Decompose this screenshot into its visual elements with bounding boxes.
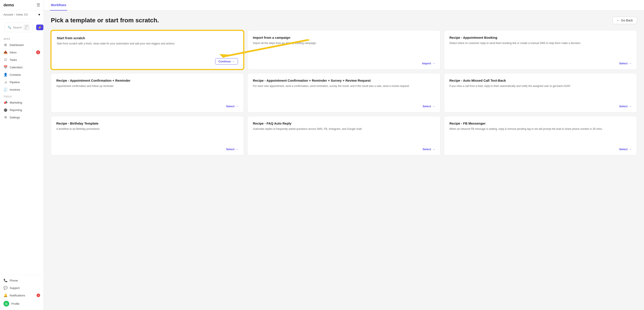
template-card-recipe-auto-missed-call[interactable]: Recipe - Auto Missed Call Text-Back If y… (444, 73, 637, 112)
sidebar-item-marketing[interactable]: 📣 Marketing (0, 99, 44, 106)
hamburger-icon[interactable]: ☰ (36, 3, 40, 7)
app-logo: demo (4, 3, 14, 7)
sidebar-item-calendars[interactable]: 📅 Calendars (0, 63, 44, 71)
sidebar-item-settings[interactable]: ⚙ Settings (0, 114, 44, 121)
sidebar-item-pipeline[interactable]: ⊿ Pipeline (0, 78, 44, 86)
template-grid-wrapper: Start from scratch Start from scratch wi… (51, 30, 637, 155)
chevron-down-icon: ▾ (38, 12, 40, 17)
continue-button[interactable]: Continue → (215, 58, 238, 65)
recipe-auto-missed-call-action-link[interactable]: Select → (619, 105, 632, 108)
import-from-campaign-action-link[interactable]: Import → (422, 62, 435, 65)
content-area: Pick a template or start from scratch. ←… (44, 10, 644, 310)
search-shortcut: ctrl K (24, 24, 29, 30)
invoices-icon: 🧾 (4, 88, 8, 91)
sidebar-item-label: Dashboard (10, 43, 24, 47)
dashboard-icon: ⊞ (4, 43, 8, 47)
template-card-recipe-fb-messenger[interactable]: Recipe - FB Messenger When an inbound FB… (444, 116, 637, 155)
flash-button[interactable]: ⚡ (36, 24, 44, 30)
recipe-birthday-template-action-link[interactable]: Select → (226, 148, 238, 151)
sidebar-item-inbox[interactable]: 📥 Inbox 2 (0, 49, 44, 56)
sidebar-item-label: Inbox (10, 51, 17, 54)
card-action: Continue → (57, 58, 238, 65)
sidebar-item-label: Invoices (10, 88, 20, 91)
inbox-icon: 📥 (4, 50, 8, 54)
topbar: Workflows (44, 0, 644, 10)
arrow-right-icon: → (629, 62, 632, 65)
template-card-recipe-faq-auto-reply[interactable]: Recipe - FAQ Auto Reply Automate replies… (248, 116, 440, 155)
tools-section-label: Tools (0, 93, 44, 99)
search-icon: 🔍 (8, 26, 11, 29)
sidebar-bottom-profile[interactable]: G Profile (0, 299, 44, 308)
sidebar-item-label: Calendars (10, 66, 22, 69)
sidebar-bottom-notifications[interactable]: 🔔 Notifications 3 (0, 292, 44, 299)
sidebar-bottom: 📞 Phone 💬 Support 🔔 Notifications 3 G Pr… (0, 275, 44, 310)
card-desc: Detect intent on customer reply to send … (450, 41, 632, 58)
sidebar-bottom-label: Support (10, 286, 20, 290)
card-title: Recipe - Appointment Confirmation + Remi… (56, 79, 238, 82)
card-action: Select → (450, 148, 632, 151)
sidebar-item-label: Tasks (10, 58, 17, 61)
page-header: Pick a template or start from scratch. ←… (51, 17, 637, 24)
sidebar-item-contacts[interactable]: 👤 Contacts (0, 71, 44, 78)
tools-nav: 📣 Marketing ⬤ Reporting ⚙ Settings (0, 99, 44, 121)
card-desc: Appointment confirmation and follow up r… (56, 84, 238, 101)
arrow-right-icon: → (629, 148, 632, 151)
main-area: Workflows Pick a template or start from … (44, 0, 644, 310)
card-title: Recipe - Appointment Confirmation + Remi… (253, 79, 435, 82)
card-title: Import from a campaign (253, 36, 435, 39)
arrow-right-icon: → (629, 105, 632, 108)
card-desc: Start from scratch with a fresh, clean s… (57, 42, 238, 55)
go-back-button[interactable]: ← Go Back (612, 17, 637, 24)
template-card-recipe-appointment-confirmation-reminder[interactable]: Recipe - Appointment Confirmation + Remi… (51, 73, 244, 112)
card-desc: For each new appointment, send a confirm… (253, 84, 435, 101)
template-card-recipe-birthday-template[interactable]: Recipe - Birthday Template A workflow to… (51, 116, 244, 155)
apps-nav: ⊞ Dashboard 📥 Inbox 2 ☑ Tasks 📅 Calendar… (0, 41, 44, 93)
marketing-icon: 📣 (4, 100, 8, 104)
recipe-appointment-confirmation-reminder-action-link[interactable]: Select → (226, 105, 238, 108)
sidebar-item-label: Pipeline (10, 81, 20, 84)
sidebar-item-dashboard[interactable]: ⊞ Dashboard (0, 41, 44, 49)
card-title: Recipe - FB Messenger (450, 121, 632, 125)
search-label: Search (13, 26, 22, 29)
recipe-appointment-booking-action-link[interactable]: Select → (619, 62, 632, 65)
workflows-tab[interactable]: Workflows (50, 0, 67, 10)
template-card-recipe-appointment-booking[interactable]: Recipe - Appointment Booking Detect inte… (444, 30, 637, 70)
sidebar-bottom-phone[interactable]: 📞 Phone (0, 277, 44, 284)
card-title: Recipe - Auto Missed Call Text-Back (450, 79, 632, 82)
arrow-right-icon: → (236, 148, 238, 151)
sidebar-bottom-support[interactable]: 💬 Support (0, 284, 44, 292)
card-action: Select → (253, 148, 435, 151)
card-title: Start from scratch (57, 36, 238, 40)
template-card-start-from-scratch[interactable]: Start from scratch Start from scratch wi… (51, 30, 244, 70)
sidebar-item-label: Settings (10, 116, 20, 119)
card-desc: When an inbound FB message is waiting, r… (450, 127, 632, 144)
phone-icon: 📞 (4, 279, 8, 283)
sidebar: demo ☰ Account -- Irvine, CA ▾ 🔍 Search … (0, 0, 44, 310)
card-desc: Automate replies to frequently asked que… (253, 127, 435, 144)
card-action: Select → (450, 62, 632, 65)
sidebar-item-invoices[interactable]: 🧾 Invoices (0, 86, 44, 93)
template-card-recipe-appointment-confirmation-reminder-survey[interactable]: Recipe - Appointment Confirmation + Remi… (248, 73, 440, 112)
account-selector[interactable]: Account -- Irvine, CA ▾ (0, 10, 44, 19)
sidebar-item-tasks[interactable]: ☑ Tasks (0, 56, 44, 63)
page-title: Pick a template or start from scratch. (51, 17, 159, 24)
support-icon: 💬 (4, 286, 8, 290)
profile-avatar: G (4, 301, 9, 307)
sidebar-item-reporting[interactable]: ⬤ Reporting (0, 106, 44, 114)
card-action: Import → (253, 62, 435, 65)
recipe-faq-auto-reply-action-link[interactable]: Select → (423, 148, 435, 151)
search-bar[interactable]: 🔍 Search ctrl K (4, 22, 33, 32)
account-name: Account -- Irvine, CA (4, 13, 28, 16)
pipeline-icon: ⊿ (4, 80, 8, 84)
sidebar-bottom-label: Phone (10, 279, 18, 282)
recipe-appointment-confirmation-reminder-survey-action-link[interactable]: Select → (423, 105, 435, 108)
recipe-fb-messenger-action-link[interactable]: Select → (619, 148, 632, 151)
settings-icon: ⚙ (4, 115, 8, 119)
arrow-right-icon: → (432, 62, 435, 65)
arrow-right-icon: → (236, 105, 238, 108)
card-title: Recipe - Birthday Template (56, 121, 238, 125)
card-action: Select → (56, 148, 238, 151)
template-card-import-from-campaign[interactable]: Import from a campaign Import all the st… (248, 30, 440, 70)
card-action: Select → (56, 105, 238, 108)
card-action: Select → (253, 105, 435, 108)
